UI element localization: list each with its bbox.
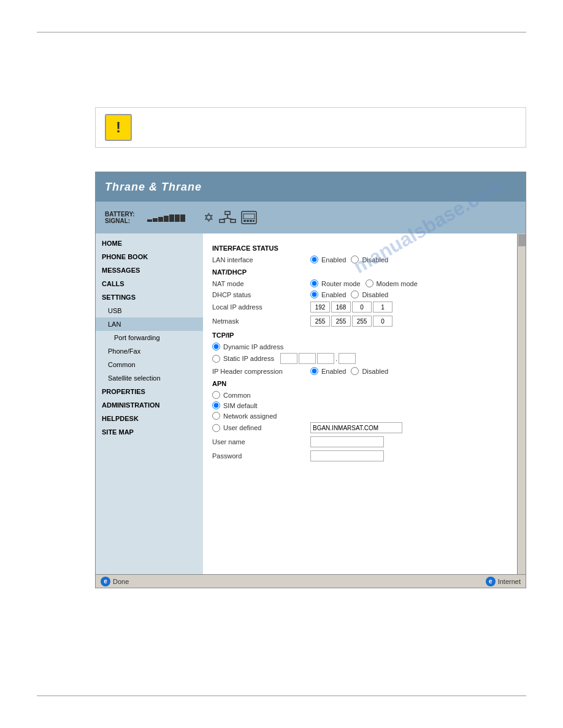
content-area: INTERFACE STATUS LAN interface Enabled D…: [203, 233, 526, 588]
dhcp-disabled-label: Disabled: [362, 291, 388, 298]
netmask-2[interactable]: [331, 316, 351, 327]
netmask-row: Netmask: [212, 316, 516, 327]
device-status-bar: BATTERY: SIGNAL: ✡: [96, 202, 526, 233]
main-layout: HOME PHONE BOOK MESSAGES CALLS SETTINGS …: [96, 233, 526, 588]
interface-status-title: INTERFACE STATUS: [212, 245, 516, 252]
phone-icon: [241, 211, 257, 224]
signal-bar-4: [164, 216, 169, 222]
static-ip-2[interactable]: [299, 353, 316, 364]
svg-rect-11: [253, 220, 255, 222]
warning-box: !: [95, 107, 526, 148]
netmask-1[interactable]: [310, 316, 330, 327]
local-ip-3[interactable]: [352, 301, 372, 313]
sidebar-item-satellite-selection[interactable]: Satellite selection: [96, 371, 203, 385]
dynamic-ip-radio[interactable]: [212, 343, 220, 351]
apn-user-defined-radio[interactable]: [212, 424, 220, 432]
local-ip-1[interactable]: [310, 301, 330, 313]
router-mode-radio[interactable]: [310, 279, 318, 287]
top-rule: [37, 32, 526, 32]
lan-disabled-label: Disabled: [362, 256, 388, 264]
sidebar-item-port-forwarding[interactable]: Port forwarding: [96, 331, 203, 344]
sidebar-item-phone-book[interactable]: PHONE BOOK: [96, 250, 203, 264]
ip-header-label: IP Header compression: [212, 368, 310, 375]
ip-header-enabled-group: Enabled: [310, 367, 346, 375]
ip-header-enabled-label: Enabled: [321, 368, 346, 375]
internet-status: e Internet: [486, 577, 521, 586]
static-ip-row: Static IP address .: [212, 353, 516, 364]
static-ip-1[interactable]: [280, 353, 297, 364]
warning-icon: !: [105, 114, 132, 141]
sidebar-item-phone-fax[interactable]: Phone/Fax: [96, 344, 203, 358]
password-input[interactable]: [310, 450, 384, 461]
sidebar-item-usb[interactable]: USB: [96, 304, 203, 317]
svg-rect-2: [231, 219, 236, 222]
local-ip-2[interactable]: [331, 301, 351, 313]
dhcp-disabled-group: Disabled: [351, 290, 388, 298]
netmask-4[interactable]: [373, 316, 393, 327]
username-label: User name: [212, 438, 310, 446]
apn-sim-default-radio[interactable]: [212, 401, 220, 409]
svg-line-4: [222, 218, 228, 219]
lan-interface-row: LAN interface Enabled Disabled: [212, 256, 516, 264]
browser-window: Thrane & Thrane BATTERY: SIGNAL: ✡: [95, 172, 526, 588]
dhcp-enabled-radio[interactable]: [310, 290, 318, 298]
sidebar-item-lan[interactable]: LAN: [96, 317, 203, 331]
signal-bar-6: [175, 214, 180, 222]
sidebar-item-messages[interactable]: MESSAGES: [96, 264, 203, 277]
internet-icon: e: [486, 577, 496, 586]
dynamic-ip-row: Dynamic IP address: [212, 343, 516, 351]
apn-title: APN: [212, 380, 516, 387]
sidebar-item-home[interactable]: HOME: [96, 237, 203, 250]
battery-signal-labels: BATTERY: SIGNAL:: [105, 211, 135, 224]
lan-interface-value: Enabled Disabled: [310, 256, 388, 264]
apn-common-radio[interactable]: [212, 391, 220, 399]
static-ip-fields: .: [280, 353, 356, 364]
signal-bar-2: [153, 218, 158, 222]
dhcp-disabled-radio[interactable]: [351, 290, 359, 298]
warning-icon-text: !: [116, 119, 121, 136]
sidebar-item-properties[interactable]: PROPERTIES: [96, 385, 203, 398]
scrollbar-thumb[interactable]: [518, 234, 526, 246]
dhcp-status-value: Enabled Disabled: [310, 290, 388, 298]
apn-common-row: Common: [212, 391, 516, 399]
sidebar-item-administration[interactable]: ADMINISTRATION: [96, 398, 203, 412]
svg-rect-0: [225, 211, 230, 214]
apn-user-defined-row: User defined: [212, 422, 516, 433]
sidebar-item-calls[interactable]: CALLS: [96, 277, 203, 290]
lan-enabled-label: Enabled: [321, 256, 346, 264]
sidebar-item-helpdesk[interactable]: HELPDESK: [96, 412, 203, 425]
modem-mode-radio[interactable]: [366, 279, 373, 287]
static-ip-4[interactable]: [339, 353, 356, 364]
sidebar-item-site-map[interactable]: SITE MAP: [96, 425, 203, 439]
apn-sim-default-label: SIM default: [223, 402, 258, 409]
apn-network-assigned-radio[interactable]: [212, 412, 220, 420]
nat-mode-row: NAT mode Router mode Modem mode: [212, 279, 516, 287]
sidebar-item-common[interactable]: Common: [96, 358, 203, 371]
username-input[interactable]: [310, 436, 384, 447]
apn-network-assigned-label: Network assigned: [223, 412, 277, 420]
svg-rect-9: [247, 220, 249, 222]
apn-user-defined-input[interactable]: [310, 422, 402, 433]
svg-rect-8: [243, 220, 246, 222]
ip-header-enabled-radio[interactable]: [310, 367, 318, 375]
lan-disabled-radio[interactable]: [351, 256, 359, 264]
lan-disabled-group: Disabled: [351, 256, 388, 264]
dhcp-enabled-label: Enabled: [321, 291, 346, 298]
static-ip-label: Static IP address: [223, 355, 274, 362]
lan-interface-label: LAN interface: [212, 256, 310, 264]
scrollbar[interactable]: [517, 233, 526, 574]
ip-header-value: Enabled Disabled: [310, 367, 388, 375]
modem-mode-group: Modem mode: [366, 279, 418, 287]
netmask-3[interactable]: [352, 316, 372, 327]
static-ip-radio[interactable]: [212, 355, 220, 363]
apn-user-defined-label: User defined: [223, 424, 261, 431]
svg-rect-1: [220, 219, 224, 222]
dynamic-ip-label: Dynamic IP address: [223, 343, 283, 351]
local-ip-4[interactable]: [373, 301, 393, 313]
ip-header-disabled-radio[interactable]: [351, 367, 359, 375]
password-label: Password: [212, 452, 310, 460]
lan-enabled-radio[interactable]: [310, 256, 318, 264]
static-ip-3[interactable]: [317, 353, 334, 364]
svg-line-5: [228, 218, 233, 219]
sidebar-item-settings[interactable]: SETTINGS: [96, 290, 203, 304]
